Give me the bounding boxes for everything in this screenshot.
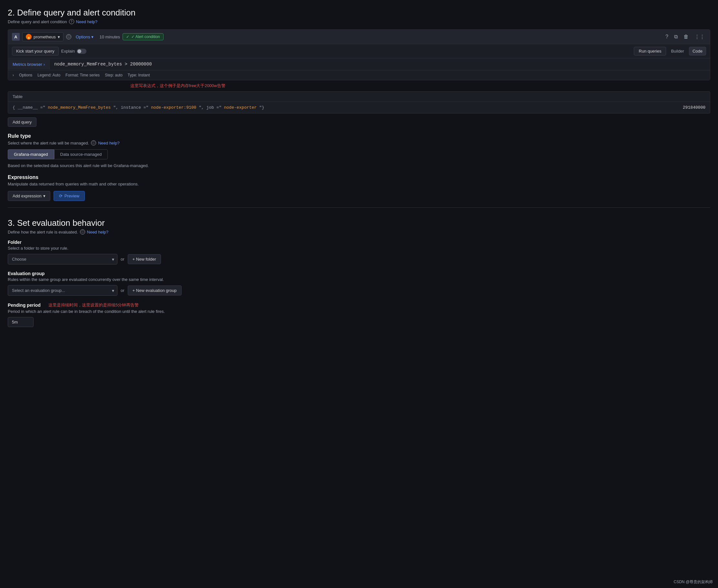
section-3: 3. Set evaluation behavior Define how th…	[8, 218, 710, 327]
query-input-row: Metrics browser ›	[8, 58, 710, 70]
section-3-subtitle: Define how the alert rule is evaluated. …	[8, 229, 710, 234]
need-help-link-1[interactable]: Need help?	[76, 19, 98, 24]
table-header: Table	[8, 91, 710, 102]
metrics-browser-button[interactable]: Metrics browser ›	[8, 59, 50, 69]
query-toolbar: Kick start your query Explain Run querie…	[8, 44, 710, 58]
chevron-down-icon: ▾	[58, 35, 60, 39]
kick-start-button[interactable]: Kick start your query	[12, 47, 59, 56]
expressions-title: Expressions	[8, 174, 710, 180]
rule-type-desc: Select where the alert rule will be mana…	[8, 140, 710, 145]
code-button[interactable]: Code	[689, 47, 706, 56]
label-instance-val: node-exporter:9100	[151, 105, 196, 110]
folder-select-wrapper: Choose	[8, 254, 118, 265]
alert-condition-badge[interactable]: ✓ ✓ Alert condition	[123, 33, 164, 40]
info-icon-rule-type[interactable]: ⓘ	[91, 140, 96, 145]
pending-sublabel: Period in which an alert rule can be in …	[8, 309, 710, 314]
info-icon-query[interactable]: ⓘ	[66, 34, 71, 39]
folder-sublabel: Select a folder to store your rule.	[8, 246, 710, 251]
result-labels: { __name__ =" node_memory_MemFree_bytes …	[13, 105, 264, 110]
query-row-a: A 🔥 prometheus ▾ ⓘ Options ▾ 10 minutes …	[8, 29, 710, 80]
datasource-name: prometheus	[34, 35, 56, 39]
format-value: Format: Time series	[65, 73, 100, 78]
prometheus-icon: 🔥	[26, 34, 31, 40]
section-2-title: 2. Define query and alert condition	[8, 8, 710, 18]
chevron-down-icon-options: ▾	[91, 35, 93, 39]
info-icon-subtitle[interactable]: ?	[69, 19, 74, 24]
copy-icon-btn[interactable]: ⧉	[673, 33, 679, 41]
refresh-icon: ⟳	[59, 193, 63, 198]
label-name-val: node_memory_MemFree_bytes	[48, 105, 111, 110]
rule-type-title: Rule type	[8, 133, 710, 139]
rule-type-section: Rule type Select where the alert rule wi…	[8, 133, 710, 168]
label-job-val: node-exporter	[224, 105, 257, 110]
eval-group-select[interactable]: Select an evaluation group...	[8, 285, 118, 296]
query-header: A 🔥 prometheus ▾ ⓘ Options ▾ 10 minutes …	[8, 30, 710, 44]
chevron-right-small: ›	[13, 73, 14, 78]
table-row: { __name__ =" node_memory_MemFree_bytes …	[8, 102, 710, 113]
info-icon-section3[interactable]: ⓘ	[80, 229, 85, 234]
preview-button[interactable]: ⟳ Preview	[54, 191, 85, 201]
annotation-query-text: 这里写表达式，这个例子是内存free大于2000w告警	[130, 83, 226, 88]
label-instance-key: instance	[121, 105, 141, 110]
need-help-link-rule-type[interactable]: Need help?	[98, 141, 120, 145]
drag-icon-btn[interactable]: ⋮⋮	[693, 33, 706, 41]
eval-group-row: Select an evaluation group... or + New e…	[8, 285, 710, 296]
add-query-button[interactable]: Add query	[8, 118, 37, 127]
eval-group-or-label: or	[121, 288, 125, 293]
datasource-select[interactable]: 🔥 prometheus ▾	[22, 32, 64, 41]
options-row-label: Options	[19, 73, 32, 78]
label-open-brace: {	[13, 105, 15, 110]
query-expression-input[interactable]	[50, 58, 710, 70]
folder-or-label: or	[121, 257, 125, 261]
step-value: Step: auto	[105, 73, 123, 78]
folder-label: Folder	[8, 240, 710, 245]
new-evaluation-group-button[interactable]: + New evaluation group	[128, 286, 182, 295]
eval-group-label: Evaluation group	[8, 271, 710, 276]
label-job-key: job	[207, 105, 214, 110]
add-expression-button[interactable]: Add expression ▾	[8, 191, 50, 201]
folder-section: Folder Select a folder to store your rul…	[8, 240, 710, 265]
eval-group-sublabel: Rules within the same group are evaluate…	[8, 277, 710, 282]
datasource-managed-button[interactable]: Data source-managed	[54, 149, 108, 159]
query-letter: A	[12, 33, 20, 41]
need-help-link-3[interactable]: Need help?	[87, 230, 109, 234]
options-details-row: › Options Legend: Auto Format: Time seri…	[8, 70, 710, 80]
section-2: 2. Define query and alert condition Defi…	[8, 8, 710, 201]
annotation-pending: 这里是持续时间，这里设置的是持续5分钟再告警	[48, 302, 139, 308]
toolbar-right: Run queries Builder Code	[634, 47, 706, 56]
section-divider	[8, 207, 710, 208]
watermark: CSDN @尊贵的架构师	[674, 579, 713, 585]
type-value: Type: Instant	[128, 73, 150, 78]
expressions-buttons: Add expression ▾ ⟳ Preview	[8, 191, 710, 201]
eval-group-section: Evaluation group Rules within the same g…	[8, 271, 710, 296]
check-icon: ✓	[126, 35, 129, 39]
builder-button[interactable]: Builder	[667, 47, 688, 56]
legend-value: Legend: Auto	[37, 73, 60, 78]
explain-toggle[interactable]	[77, 49, 86, 54]
expressions-desc: Manipulate data returned from queries wi…	[8, 182, 710, 186]
run-queries-button[interactable]: Run queries	[634, 47, 666, 56]
help-icon-btn[interactable]: ?	[664, 33, 670, 41]
result-table: Table { __name__ =" node_memory_MemFree_…	[8, 91, 710, 113]
result-value: 291840000	[683, 105, 705, 110]
folder-select[interactable]: Choose	[8, 254, 118, 265]
options-button[interactable]: Options ▾	[74, 33, 96, 41]
pending-period-input[interactable]	[8, 317, 34, 327]
explain-label: Explain	[61, 49, 87, 54]
grafana-managed-button[interactable]: Grafana-managed	[8, 149, 54, 159]
pending-label: Pending period 这里是持续时间，这里设置的是持续5分钟再告警	[8, 302, 710, 308]
folder-row: Choose or + New folder	[8, 254, 710, 265]
pending-period-section: Pending period 这里是持续时间，这里设置的是持续5分钟再告警 Pe…	[8, 302, 710, 327]
query-header-actions: ? ⧉ 🗑 ⋮⋮	[664, 33, 706, 41]
rule-type-buttons: Grafana-managed Data source-managed	[8, 149, 710, 159]
eval-group-select-wrapper: Select an evaluation group...	[8, 285, 118, 296]
new-folder-button[interactable]: + New folder	[128, 254, 161, 264]
expressions-section: Expressions Manipulate data returned fro…	[8, 174, 710, 201]
managed-info-text: Based on the selected data sources this …	[8, 163, 710, 168]
section-2-subtitle: Define query and alert condition ? Need …	[8, 19, 710, 24]
delete-icon-btn[interactable]: 🗑	[682, 33, 690, 41]
chevron-right-icon: ›	[44, 62, 45, 67]
label-name-key: __name__	[18, 105, 38, 110]
time-label: 10 minutes	[99, 35, 120, 39]
section-3-title: 3. Set evaluation behavior	[8, 218, 710, 228]
